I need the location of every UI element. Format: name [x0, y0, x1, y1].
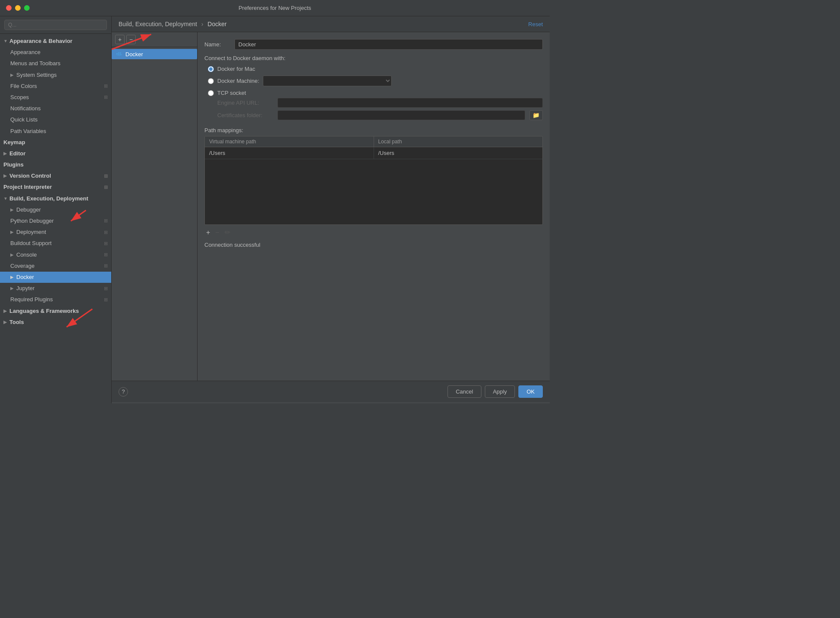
connection-status: Connection successful [204, 242, 543, 248]
sidebar-item-scopes[interactable]: Scopes ⊞ [0, 92, 111, 103]
close-button[interactable] [6, 5, 12, 11]
add-path-button[interactable]: + [204, 228, 212, 237]
path-table-header: Virtual machine path Local path [205, 136, 542, 147]
sidebar-item-debugger[interactable]: Debugger [0, 204, 111, 215]
sidebar-item-file-colors[interactable]: File Colors ⊞ [0, 81, 111, 92]
sidebar-item-editor[interactable]: Editor [0, 148, 111, 159]
sidebar-item-coverage[interactable]: Coverage ⊞ [0, 261, 111, 272]
name-input[interactable] [234, 39, 543, 50]
remove-docker-button[interactable]: − [126, 35, 136, 44]
path-table: Virtual machine path Local path /Users /… [204, 136, 543, 225]
path-mappings-title: Path mappings: [204, 127, 543, 133]
sidebar-item-plugins[interactable]: Plugins [0, 159, 111, 170]
sidebar-item-build-execution[interactable]: Build, Execution, Deployment [0, 193, 111, 204]
sidebar-item-tools[interactable]: Tools [0, 317, 111, 328]
radio-docker-machine-row: Docker Machine: [208, 76, 543, 86]
sidebar-item-jupyter[interactable]: Jupyter ⊞ [0, 283, 111, 294]
svg-rect-4 [120, 54, 121, 55]
breadcrumb-parent: Build, Execution, Deployment [119, 21, 197, 27]
sidebar-item-notifications[interactable]: Notifications [0, 103, 111, 114]
copy-icon: ⊞ [104, 184, 108, 191]
minimize-button[interactable] [15, 5, 21, 11]
radio-tcp-socket-label: TCP socket [217, 90, 246, 96]
expand-arrow [3, 308, 8, 314]
docker-icon [116, 51, 123, 58]
connect-section-title: Connect to Docker daemon with: [204, 55, 543, 61]
edit-path-button[interactable]: ✏ [223, 227, 232, 237]
name-label: Name: [204, 41, 230, 48]
sidebar-item-languages-frameworks[interactable]: Languages & Frameworks [0, 306, 111, 317]
breadcrumb-current: Docker [207, 21, 226, 27]
reset-link[interactable]: Reset [528, 21, 543, 27]
breadcrumb-separator: › [201, 21, 204, 27]
sidebar-item-project-interpreter[interactable]: Project Interpreter ⊞ [0, 182, 111, 193]
engine-api-input[interactable] [277, 98, 543, 108]
copy-icon: ⊞ [104, 173, 108, 179]
certificates-row: Certificates folder: 📁 [217, 110, 543, 120]
bottom-buttons: Cancel Apply OK [447, 385, 543, 398]
name-row: Name: [204, 39, 543, 50]
docker-list-item[interactable]: Docker [112, 49, 197, 59]
expand-arrow [10, 285, 15, 291]
remove-path-button[interactable]: − [213, 228, 221, 237]
sidebar-item-system-settings[interactable]: System Settings [0, 70, 111, 81]
svg-rect-1 [118, 52, 119, 53]
content-header: Build, Execution, Deployment › Docker Re… [112, 16, 550, 32]
browse-button[interactable]: 📁 [530, 110, 543, 120]
radio-tcp-socket[interactable] [208, 90, 214, 96]
sidebar-item-version-control[interactable]: Version Control ⊞ [0, 170, 111, 182]
sidebar-item-console[interactable]: Console ⊞ [0, 249, 111, 261]
svg-rect-3 [120, 52, 121, 53]
sidebar-item-appearance-behavior[interactable]: Appearance & Behavior [0, 36, 111, 47]
expand-arrow [10, 72, 15, 78]
expand-arrow [3, 196, 8, 202]
sidebar-item-required-plugins[interactable]: Required Plugins ⊞ [0, 294, 111, 305]
sidebar-item-appearance[interactable]: Appearance [0, 47, 111, 58]
sidebar-item-python-debugger[interactable]: Python Debugger ⊞ [0, 215, 111, 227]
sidebar-item-quick-lists[interactable]: Quick Lists [0, 114, 111, 125]
certificates-label: Certificates folder: [217, 112, 273, 118]
radio-tcp-socket-row: TCP socket [208, 90, 543, 96]
engine-api-row: Engine API URL: [217, 98, 543, 108]
copy-icon: ⊞ [104, 94, 108, 100]
sidebar-item-docker[interactable]: Docker [0, 272, 111, 283]
cancel-button[interactable]: Cancel [447, 385, 481, 398]
local-path-cell: /Users [374, 147, 543, 159]
sidebar-item-buildout-support[interactable]: Buildout Support ⊞ [0, 238, 111, 249]
window-controls [6, 5, 30, 11]
docker-list-item-label: Docker [125, 51, 143, 58]
radio-docker-machine[interactable] [208, 78, 214, 84]
sidebar-search-container [0, 16, 111, 34]
copy-icon: ⊞ [104, 229, 108, 236]
ok-button[interactable]: OK [518, 385, 543, 398]
table-row[interactable]: /Users /Users [205, 147, 542, 159]
bottom-bar: ? Cancel Apply OK [112, 381, 550, 402]
copy-icon: ⊞ [104, 240, 108, 247]
expand-arrow [10, 252, 15, 258]
column-virtual-path: Virtual machine path [205, 136, 374, 147]
svg-rect-2 [118, 54, 119, 55]
breadcrumb: Build, Execution, Deployment › Docker [119, 21, 227, 27]
add-docker-button[interactable]: + [115, 35, 125, 44]
radio-docker-mac[interactable] [208, 66, 214, 72]
content-area: Build, Execution, Deployment › Docker Re… [112, 16, 550, 403]
copy-icon: ⊞ [104, 297, 108, 303]
expand-arrow [10, 229, 15, 235]
sidebar: Appearance & Behavior Appearance Menus a… [0, 16, 112, 403]
maximize-button[interactable] [24, 5, 30, 11]
certificates-input[interactable] [277, 110, 525, 120]
sidebar-tree: Appearance & Behavior Appearance Menus a… [0, 34, 111, 403]
sidebar-item-menus-toolbars[interactable]: Menus and Toolbars [0, 58, 111, 69]
sidebar-item-keymap[interactable]: Keymap [0, 137, 111, 148]
copy-icon: ⊞ [104, 218, 108, 224]
sidebar-item-deployment[interactable]: Deployment ⊞ [0, 227, 111, 238]
search-input[interactable] [4, 20, 107, 30]
docker-machine-select[interactable] [263, 76, 392, 86]
help-button[interactable]: ? [119, 387, 128, 397]
apply-button[interactable]: Apply [485, 385, 515, 398]
sidebar-item-path-variables[interactable]: Path Variables [0, 126, 111, 137]
engine-api-label: Engine API URL: [217, 100, 273, 106]
docker-config-form: Name: Connect to Docker daemon with: Doc… [198, 32, 550, 381]
expand-arrow [10, 207, 15, 213]
radio-docker-machine-label: Docker Machine: [217, 78, 259, 84]
